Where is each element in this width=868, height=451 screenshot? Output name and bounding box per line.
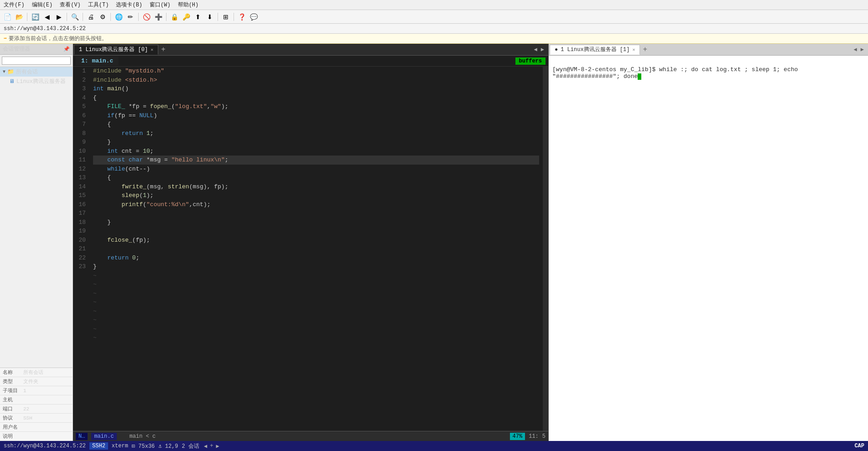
- toolbar-back-btn[interactable]: ◀: [42, 12, 52, 22]
- code-line: }: [93, 218, 539, 227]
- hint-icon: ➡: [4, 35, 7, 42]
- line-number: 23: [75, 262, 86, 271]
- code-content[interactable]: #include "mystdio.h"#include <stdio.h>in…: [89, 67, 543, 431]
- menu-bar: 文件(F) 编辑(E) 查看(V) 工具(T) 选项卡(B) 窗口(W) 帮助(…: [0, 0, 868, 10]
- left-tab-0-close[interactable]: ✕: [151, 47, 153, 52]
- toolbar-lock-btn[interactable]: 🔒: [169, 12, 180, 22]
- code-line-tilde: ~: [93, 280, 539, 289]
- file-header-bar: 1: main.c buffers: [73, 56, 548, 67]
- prop-row: 用户名: [0, 423, 73, 432]
- file-header-label: 1: main.c: [76, 57, 119, 65]
- editor-scrollbar[interactable]: [543, 67, 548, 431]
- left-tab-0[interactable]: 1 Linux腾讯云服务器 [0] ✕: [74, 45, 158, 55]
- right-tab-add[interactable]: +: [640, 46, 650, 54]
- status-protocol: SSH2: [89, 442, 108, 450]
- line-number: 9: [75, 138, 86, 147]
- sidebar-search-area: [0, 55, 73, 67]
- toolbar-forward-btn[interactable]: ▶: [53, 12, 64, 22]
- terminal-text: [wyn@VM-8-2-centos my_C_lib]$ while :; d…: [552, 66, 801, 80]
- toolbar-key-btn[interactable]: 🔑: [181, 12, 192, 22]
- editor-status-filename: main.c: [91, 433, 116, 440]
- code-line: [93, 209, 539, 218]
- code-line: FILE_ *fp = fopen_("log.txt","w");: [93, 102, 539, 111]
- menu-tools[interactable]: 工具(T): [86, 0, 111, 10]
- toolbar-upload-btn[interactable]: ⬆: [192, 12, 203, 22]
- session-bar: ssh://wyn@43.143.224.5:22: [0, 24, 868, 34]
- properties-panel: 名称所有会话类型文件夹子项目1主机端口22协议SSH用户名说明: [0, 368, 73, 441]
- toolbar-chat-btn[interactable]: 💬: [248, 12, 259, 22]
- sidebar: 会话管理器 📌 ▼ 📁 所有会话 🖥 Linux腾讯云服务器 名称所有会话类型文…: [0, 44, 73, 441]
- right-tab-nav: ◀ ▶: [852, 46, 867, 53]
- prop-value: 1: [21, 386, 73, 395]
- right-tab-0[interactable]: ● 1 Linux腾讯云服务器 [1] ✕: [550, 45, 640, 55]
- toolbar-download-btn[interactable]: ⬇: [204, 12, 215, 22]
- code-line: printf("count:%d\n",cnt);: [93, 200, 539, 209]
- sidebar-label-all: 所有会话: [16, 68, 38, 76]
- toolbar-stop-btn[interactable]: 🚫: [141, 12, 152, 22]
- toolbar-zoom-btn[interactable]: 🔍: [69, 12, 80, 22]
- prop-key: 用户名: [0, 423, 21, 432]
- left-tab-nav-right[interactable]: ▶: [540, 46, 546, 53]
- line-number: 11: [75, 156, 86, 165]
- sidebar-search-input[interactable]: [2, 57, 71, 65]
- terminal-cursor: [638, 73, 641, 80]
- status-nav-plus[interactable]: +: [209, 443, 214, 450]
- buffers-badge[interactable]: buffers: [515, 57, 546, 65]
- prop-value: 22: [21, 404, 73, 414]
- sidebar-item-linux-server[interactable]: 🖥 Linux腾讯云服务器: [0, 77, 73, 86]
- code-line: {: [93, 173, 539, 182]
- menu-edit[interactable]: 编辑(E): [30, 0, 55, 10]
- code-line-tilde: ~: [93, 333, 539, 342]
- right-tab-0-label: ●: [555, 47, 558, 53]
- menu-tabs[interactable]: 选项卡(B): [114, 0, 144, 10]
- toolbar-globe-btn[interactable]: 🌐: [113, 12, 124, 22]
- line-numbers: 1234567891011121314151617181920212223: [73, 67, 89, 431]
- left-tab-nav-left[interactable]: ◀: [533, 46, 539, 53]
- toolbar-sep-6: [166, 13, 166, 21]
- editor-status-n: N…: [76, 433, 88, 440]
- editor-status-bar: N… main.c main < c 47% 11: 5: [73, 431, 548, 441]
- toolbar-help-btn[interactable]: ❓: [236, 12, 247, 22]
- right-tab-nav-left[interactable]: ◀: [852, 46, 858, 53]
- prop-key: 主机: [0, 395, 21, 404]
- toolbar-plus-btn[interactable]: ➕: [153, 12, 164, 22]
- line-number: 16: [75, 200, 86, 209]
- toolbar-sep-7: [218, 13, 218, 21]
- toolbar-sep-8: [234, 13, 234, 21]
- code-line: #include <stdio.h>: [93, 76, 539, 85]
- toolbar-pen-btn[interactable]: ✏: [125, 12, 136, 22]
- sidebar-pin-icon[interactable]: 📌: [63, 46, 70, 52]
- left-tab-add[interactable]: +: [158, 46, 168, 54]
- menu-view[interactable]: 查看(V): [58, 0, 83, 10]
- prop-key: 说明: [0, 432, 21, 441]
- toolbar-refresh-btn[interactable]: 🔄: [30, 12, 41, 22]
- code-line-tilde: ~: [93, 316, 539, 325]
- right-tab-nav-right[interactable]: ▶: [859, 46, 865, 53]
- line-number: 18: [75, 218, 86, 227]
- line-number: 1: [75, 67, 86, 76]
- toolbar-sep-1: [27, 13, 27, 21]
- toolbar-settings-btn[interactable]: ⚙: [97, 12, 108, 22]
- line-number: 3: [75, 84, 86, 93]
- menu-help[interactable]: 帮助(H): [176, 0, 201, 10]
- status-nav-btns: ◀ + ▶: [203, 443, 220, 450]
- code-line: }: [93, 262, 539, 271]
- hint-text: 要添加当前会话，点击左侧的箭头按钮。: [9, 35, 107, 42]
- toolbar-grid-btn[interactable]: ⊞: [220, 12, 231, 22]
- editor-status-pct: 47%: [510, 433, 525, 440]
- status-nav-right[interactable]: ▶: [215, 443, 220, 450]
- code-line-tilde: ~: [93, 298, 539, 307]
- right-tab-0-close[interactable]: ✕: [632, 47, 635, 52]
- menu-file[interactable]: 文件(F): [2, 0, 26, 10]
- code-line-tilde: ~: [93, 289, 539, 298]
- toolbar-print-btn[interactable]: 🖨: [85, 12, 96, 22]
- sidebar-item-all-sessions[interactable]: ▼ 📁 所有会话: [0, 67, 73, 77]
- terminal-area[interactable]: [wyn@VM-8-2-centos my_C_lib]$ while :; d…: [549, 56, 868, 441]
- line-number: 6: [75, 111, 86, 120]
- toolbar-open-btn[interactable]: 📂: [14, 12, 25, 22]
- toolbar-new-btn[interactable]: 📄: [2, 12, 13, 22]
- menu-window[interactable]: 窗口(W): [148, 0, 172, 10]
- status-nav-left[interactable]: ◀: [203, 443, 208, 450]
- editor-status-function: main < c: [130, 433, 156, 440]
- line-number: 10: [75, 147, 86, 156]
